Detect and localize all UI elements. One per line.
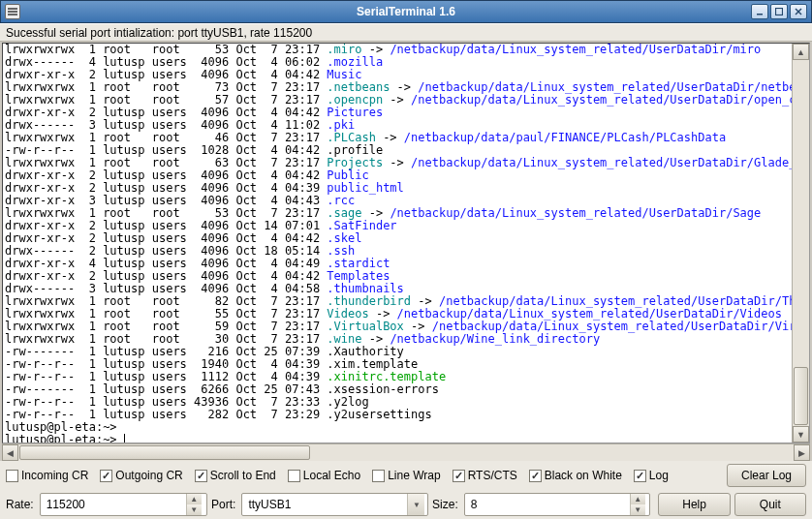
- minimize-button[interactable]: [751, 4, 768, 19]
- vertical-scrollbar[interactable]: ▲ ▼: [792, 44, 809, 443]
- log-label: Log: [649, 469, 669, 482]
- terminal-output[interactable]: lrwxrwxrwx 1 root root 53 Oct 7 23:17 .m…: [3, 44, 792, 443]
- app-icon: [5, 4, 20, 19]
- scroll-thumb[interactable]: [794, 367, 808, 425]
- scroll-to-end-label: Scroll to End: [210, 469, 276, 482]
- rate-spinner[interactable]: ▲▼: [40, 493, 207, 516]
- line-wrap-checkbox[interactable]: Line Wrap: [372, 469, 440, 482]
- hscroll-thumb[interactable]: [19, 445, 310, 460]
- scroll-up-icon[interactable]: ▲: [793, 44, 809, 60]
- status-message: Sucessful serial port intialization: por…: [0, 23, 812, 42]
- options-row: Incoming CR Outgoing CR Scroll to End Lo…: [0, 461, 812, 490]
- port-dropdown-icon[interactable]: ▼: [407, 494, 424, 515]
- outgoing-cr-label: Outgoing CR: [115, 469, 182, 482]
- line-wrap-label: Line Wrap: [388, 469, 440, 482]
- size-input[interactable]: [465, 498, 630, 511]
- titlebar: SerialTerminal 1.6: [0, 0, 812, 23]
- size-up-icon[interactable]: ▲: [631, 494, 645, 504]
- port-input[interactable]: [242, 498, 407, 511]
- port-label: Port:: [211, 498, 235, 511]
- local-echo-checkbox[interactable]: Local Echo: [288, 469, 360, 482]
- svg-rect-1: [776, 9, 783, 15]
- log-checkbox[interactable]: Log: [634, 469, 669, 482]
- scroll-to-end-checkbox[interactable]: Scroll to End: [195, 469, 276, 482]
- rate-down-icon[interactable]: ▼: [187, 504, 202, 515]
- svg-rect-0: [757, 14, 763, 15]
- horizontal-scrollbar[interactable]: ◀ ▶: [2, 443, 810, 461]
- quit-button[interactable]: Quit: [734, 493, 806, 516]
- local-echo-label: Local Echo: [303, 469, 360, 482]
- scroll-left-icon[interactable]: ◀: [2, 444, 18, 461]
- help-button[interactable]: Help: [658, 493, 730, 516]
- rts-cts-checkbox[interactable]: RTS/CTS: [453, 469, 517, 482]
- port-select[interactable]: ▼: [241, 493, 428, 516]
- window-title: SerialTerminal 1.6: [1, 5, 811, 18]
- clear-log-button[interactable]: Clear Log: [727, 464, 806, 487]
- black-on-white-label: Black on White: [545, 469, 622, 482]
- size-spinner[interactable]: ▲▼: [464, 493, 651, 516]
- size-label: Size:: [432, 498, 458, 511]
- maximize-button[interactable]: [770, 4, 788, 19]
- rate-up-icon[interactable]: ▲: [187, 494, 202, 504]
- black-on-white-checkbox[interactable]: Black on White: [529, 469, 622, 482]
- incoming-cr-checkbox[interactable]: Incoming CR: [6, 469, 88, 482]
- scroll-down-icon[interactable]: ▼: [793, 426, 809, 443]
- rate-input[interactable]: [41, 498, 186, 511]
- outgoing-cr-checkbox[interactable]: Outgoing CR: [100, 469, 182, 482]
- incoming-cr-label: Incoming CR: [21, 469, 88, 482]
- size-down-icon[interactable]: ▼: [631, 504, 645, 515]
- scroll-right-icon[interactable]: ▶: [794, 444, 810, 461]
- close-button[interactable]: [790, 4, 807, 19]
- terminal-frame: lrwxrwxrwx 1 root root 53 Oct 7 23:17 .m…: [2, 43, 810, 443]
- rts-cts-label: RTS/CTS: [468, 469, 517, 482]
- rate-label: Rate:: [6, 498, 34, 511]
- settings-row: Rate: ▲▼ Port: ▼ Size: ▲▼ Help Quit: [0, 490, 812, 519]
